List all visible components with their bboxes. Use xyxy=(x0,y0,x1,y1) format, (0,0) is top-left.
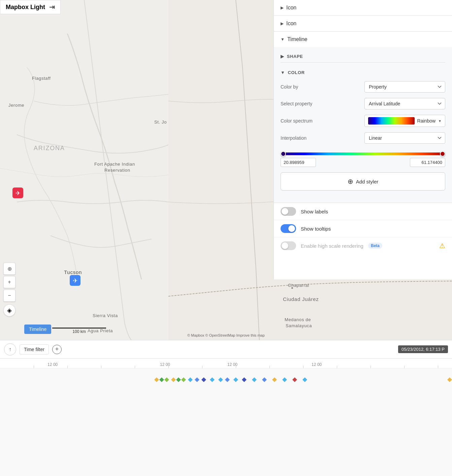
label-chaparral: Chaparral xyxy=(288,283,309,288)
label-ciudad-juarez: Ciudad Juárez xyxy=(283,296,319,302)
show-tooltips-toggle[interactable] xyxy=(281,224,296,233)
map-roads-svg xyxy=(0,0,168,340)
diamond-marker[interactable] xyxy=(181,377,186,382)
tick-mark xyxy=(337,366,337,368)
tick-mark xyxy=(67,366,68,368)
timeline-toggle-button[interactable]: Timeline xyxy=(24,325,51,334)
timestamp-badge: 05/23/2012, 6:17:13 P xyxy=(398,345,448,353)
map-title-bar: Mapbox Light ⇥ xyxy=(0,0,61,14)
diamond-marker[interactable] xyxy=(242,377,247,382)
icon-label-top: Icon xyxy=(286,5,296,11)
timeline-section: ▼ Timeline ▶ SHAPE ▼ COLOR Color by xyxy=(274,32,452,203)
color-by-row: Color by Property Fixed Category xyxy=(281,78,445,95)
add-styler-button[interactable]: ⊕ Add styler xyxy=(281,172,445,191)
map-dot xyxy=(291,287,293,289)
timeline-controls: ↑ Time filter + 05/23/2012, 6:17:13 P xyxy=(0,340,452,359)
diamond-marker[interactable] xyxy=(302,377,307,382)
add-filter-button[interactable]: + xyxy=(52,345,62,354)
diamond-marker[interactable] xyxy=(195,377,199,382)
diamond-marker[interactable] xyxy=(218,377,223,382)
range-track[interactable] xyxy=(281,152,445,155)
high-scale-toggle[interactable] xyxy=(281,241,296,250)
color-by-select[interactable]: Property Fixed Category xyxy=(364,81,445,93)
label-medanos: Medanos de xyxy=(285,317,311,322)
tick-mark xyxy=(236,366,236,368)
tick-mark xyxy=(168,366,169,368)
compass-button[interactable]: ◈ xyxy=(3,304,15,316)
spectrum-label: Rainbow xyxy=(417,118,435,124)
diamond-marker[interactable] xyxy=(447,377,452,382)
diamond-marker[interactable] xyxy=(171,377,176,382)
svg-text:✈: ✈ xyxy=(15,190,21,197)
spectrum-display[interactable]: Rainbow ▼ xyxy=(364,115,445,127)
range-min-input[interactable] xyxy=(281,158,316,167)
tick-mark xyxy=(202,366,202,368)
plane-marker-phoenix[interactable]: ✈ xyxy=(12,187,24,199)
diamond-marker[interactable] xyxy=(164,377,169,382)
icon-section: ▶ Icon xyxy=(274,16,452,32)
tick-label-1: 12 00 xyxy=(47,362,58,367)
diamond-marker[interactable] xyxy=(176,377,181,382)
zoom-in-button[interactable]: + xyxy=(3,276,15,288)
interpolation-select[interactable]: Linear Logarithmic Step xyxy=(364,132,445,144)
up-button[interactable]: ↑ xyxy=(4,343,16,355)
show-labels-toggle[interactable] xyxy=(281,207,296,216)
diamond-marker[interactable] xyxy=(282,377,287,382)
range-values xyxy=(281,158,445,167)
diamond-marker[interactable] xyxy=(233,377,238,382)
crosshair-button[interactable]: ⊕ xyxy=(3,263,15,275)
range-thumb-left[interactable] xyxy=(281,151,286,157)
timeline-label: Timeline xyxy=(287,36,308,42)
timeline-header[interactable]: ▼ Timeline xyxy=(274,32,452,47)
spectrum-select-wrapper[interactable]: Rainbow ▼ xyxy=(364,115,445,127)
diamond-marker[interactable] xyxy=(201,377,206,382)
scale-label: 100 km xyxy=(72,329,86,334)
collapse-button[interactable]: ⇥ xyxy=(49,3,55,11)
map-nav-controls: ⊕ + − ◈ xyxy=(3,263,15,316)
plane-marker-tucson[interactable]: ✈ xyxy=(69,274,81,286)
shape-header[interactable]: ▶ SHAPE xyxy=(281,50,445,62)
icon-header-top[interactable]: ▶ Icon xyxy=(274,0,452,15)
beta-badge: Beta xyxy=(368,243,382,249)
zoom-out-button[interactable]: − xyxy=(3,290,15,302)
map-copyright: © Mapbox © OpenStreetMap Improve this ma… xyxy=(187,333,265,337)
diamond-marker[interactable] xyxy=(154,377,159,382)
range-container xyxy=(281,146,445,168)
diamond-marker[interactable] xyxy=(262,377,267,382)
diamond-marker[interactable] xyxy=(159,377,164,382)
timeline-arrow: ▼ xyxy=(281,37,285,42)
diamond-row xyxy=(0,375,452,385)
timeline-tracks[interactable] xyxy=(0,369,452,476)
tick-mark xyxy=(34,366,34,368)
show-tooltips-label: Show tooltips xyxy=(301,226,331,232)
label-flagstaff: Flagstaff xyxy=(32,76,51,81)
map-title: Mapbox Light xyxy=(6,4,45,11)
select-property-row: Select property Arrival Latitude Arrival… xyxy=(281,95,445,112)
label-stjo: St. Jo xyxy=(154,120,167,125)
diamond-marker[interactable] xyxy=(252,377,257,382)
shape-label: SHAPE xyxy=(287,54,303,59)
diamond-marker[interactable] xyxy=(225,377,230,382)
icon-header[interactable]: ▶ Icon xyxy=(274,16,452,31)
tick-mark xyxy=(438,366,438,368)
color-spectrum-label: Color spectrum xyxy=(281,118,334,124)
color-header[interactable]: ▼ COLOR xyxy=(281,67,445,78)
diamond-marker[interactable] xyxy=(210,377,215,382)
icon-label: Icon xyxy=(286,21,296,27)
time-filter-button[interactable]: Time filter xyxy=(20,344,49,354)
bottom-bar: ↑ Time filter + 05/23/2012, 6:17:13 P 12… xyxy=(0,340,452,476)
right-panel: ▶ Icon ▶ Icon ▼ Timeline ▶ SHAPE ▼ xyxy=(273,0,452,279)
diamond-marker[interactable] xyxy=(272,377,277,382)
label-reservation: Reservation xyxy=(104,168,130,173)
tick-mark xyxy=(303,366,303,368)
label-jerome: Jerome xyxy=(8,103,24,108)
diamond-marker[interactable] xyxy=(188,377,193,382)
select-property-select[interactable]: Arrival Latitude Arrival Longitude Depar… xyxy=(364,98,445,109)
tick-mark xyxy=(135,366,135,368)
tick-mark xyxy=(101,366,101,368)
diamond-marker[interactable] xyxy=(292,377,297,382)
interpolation-row: Interpolation Linear Logarithmic Step xyxy=(281,130,445,146)
interpolation-label: Interpolation xyxy=(281,135,334,141)
range-thumb-right[interactable] xyxy=(440,151,445,157)
range-max-input[interactable] xyxy=(410,158,445,167)
